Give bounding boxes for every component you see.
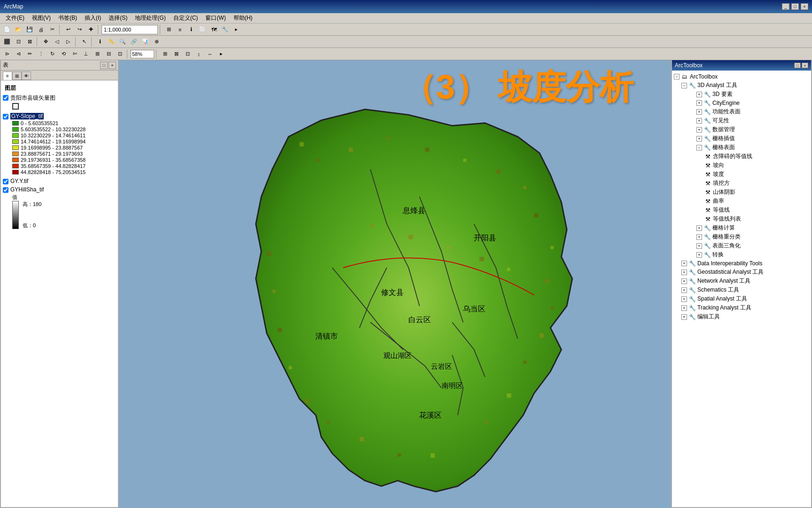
edit-btn1[interactable]: ⊳ bbox=[2, 49, 12, 59]
maximize-button[interactable]: □ bbox=[791, 3, 799, 10]
scale-input[interactable] bbox=[102, 25, 158, 34]
search-btn[interactable]: 🔍 bbox=[117, 37, 128, 47]
zoom-in-btn[interactable]: ⊕ bbox=[151, 37, 162, 47]
attr-button[interactable]: ≡ bbox=[175, 24, 185, 35]
rastersurf-item[interactable]: − 🔧 栅格表面 bbox=[696, 143, 809, 152]
edit-tools-expand[interactable]: + bbox=[681, 314, 687, 320]
minimize-button[interactable]: _ bbox=[782, 3, 789, 10]
menu-help[interactable]: 帮助(H) bbox=[230, 13, 257, 23]
redo-button[interactable]: ↪ bbox=[74, 24, 85, 35]
geostat-item[interactable]: + 🔧 Geostatistical Analyst 工具 bbox=[681, 268, 809, 277]
save-button[interactable]: 💾 bbox=[24, 24, 35, 35]
toc-tab-vis[interactable]: 👁 bbox=[22, 71, 31, 80]
toolbox-maximize-btn[interactable]: □ bbox=[794, 63, 801, 68]
layer-row-gy[interactable]: GY.Y.tif bbox=[3, 178, 116, 184]
layer-checkbox-slope[interactable] bbox=[3, 114, 8, 119]
layer-row-hillsha[interactable]: GYHillSha_tif bbox=[3, 186, 116, 193]
slope-item[interactable]: ⚒ 坡度 bbox=[704, 170, 809, 179]
zoom-square[interactable]: ⊠ bbox=[24, 37, 35, 47]
tracking-item[interactable]: + 🔧 Tracking Analyst 工具 bbox=[681, 303, 809, 312]
funcsurf-expand[interactable]: + bbox=[696, 109, 702, 115]
hyperlink-btn[interactable]: 🔗 bbox=[129, 37, 139, 47]
schematics-item[interactable]: + 🔧 Schematics 工具 bbox=[681, 286, 809, 294]
merge-btn[interactable]: ⊞ bbox=[92, 49, 102, 59]
menu-file[interactable]: 文件(E) bbox=[2, 13, 28, 23]
cityengine-expand[interactable]: + bbox=[696, 100, 702, 106]
network-expand[interactable]: + bbox=[681, 278, 687, 284]
funcsurf-item[interactable]: + 🔧 功能性表面 bbox=[696, 107, 809, 116]
cityengine-item[interactable]: + 🔧 CityEngine bbox=[696, 99, 809, 107]
rotate-btn[interactable]: ↻ bbox=[47, 49, 57, 59]
triangulate-item[interactable]: + 🔧 表面三角化 bbox=[696, 241, 809, 250]
menu-view[interactable]: 视图(V) bbox=[28, 13, 55, 23]
measure-btn[interactable]: 📏 bbox=[106, 37, 117, 47]
zoom-percent-input[interactable] bbox=[131, 50, 154, 58]
visibility-expand[interactable]: + bbox=[696, 118, 702, 124]
rastercalc-item[interactable]: + 🔧 栅格计算 bbox=[696, 223, 809, 232]
root-expand-btn[interactable]: − bbox=[674, 74, 679, 79]
edit-tools-item[interactable]: + 🔧 编辑工具 bbox=[681, 312, 809, 321]
curvature-item[interactable]: ⚒ 曲率 bbox=[704, 197, 809, 206]
tools-button[interactable]: 🔧 bbox=[220, 24, 230, 35]
more-btn2[interactable]: ▸ bbox=[216, 49, 226, 59]
menu-select[interactable]: 选择(S) bbox=[105, 13, 131, 23]
undo-button[interactable]: ↩ bbox=[63, 24, 73, 35]
3d-features-item[interactable]: + 🔧 3D 要素 bbox=[696, 90, 809, 99]
hillshade-item[interactable]: ⚒ 山体阴影 bbox=[704, 188, 809, 197]
layer-row-slope[interactable]: GY-Slope_tif bbox=[3, 113, 116, 119]
layout-btn3[interactable]: ⊡ bbox=[182, 49, 193, 59]
layout-btn4[interactable]: ↕ bbox=[194, 49, 204, 59]
spatial-expand[interactable]: + bbox=[681, 296, 687, 302]
rasterreclass-expand[interactable]: + bbox=[696, 234, 702, 240]
datamgmt-item[interactable]: + 🔧 数据管理 bbox=[696, 125, 809, 134]
pan-btn[interactable]: ✥ bbox=[40, 37, 51, 47]
rastersurf-expand[interactable]: − bbox=[696, 145, 702, 151]
node-btn[interactable]: ⋮ bbox=[36, 49, 46, 59]
rastercalc-expand[interactable]: + bbox=[696, 225, 702, 231]
identify-button[interactable]: ℹ bbox=[186, 24, 196, 35]
edit-btn2[interactable]: ⊲ bbox=[13, 49, 23, 59]
datamgmt-expand[interactable]: + bbox=[696, 127, 702, 133]
rasterreclass-item[interactable]: + 🔧 栅格重分类 bbox=[696, 232, 809, 241]
rasterinterp-item[interactable]: + 🔧 栅格插值 bbox=[696, 134, 809, 143]
info-btn[interactable]: ℹ bbox=[95, 37, 105, 47]
network-item[interactable]: + 🔧 Network Analyst 工具 bbox=[681, 277, 809, 286]
cut-poly[interactable]: ✄ bbox=[70, 49, 80, 59]
toc-maximize-btn[interactable]: □ bbox=[100, 62, 108, 69]
menu-customize[interactable]: 自定义(C) bbox=[170, 13, 202, 23]
menu-window[interactable]: 窗口(W) bbox=[202, 13, 229, 23]
mirror-btn[interactable]: ⊡ bbox=[115, 49, 125, 59]
triangulate-expand[interactable]: + bbox=[696, 243, 702, 249]
menu-insert[interactable]: 插入(I) bbox=[81, 13, 105, 23]
layer-checkbox-vector[interactable] bbox=[3, 95, 8, 101]
open-button[interactable]: 📂 bbox=[13, 24, 23, 35]
toc-close-btn[interactable]: × bbox=[109, 62, 116, 69]
layer-checkbox-hillsha[interactable] bbox=[3, 187, 8, 193]
convert-item[interactable]: + 🔧 转换 bbox=[696, 250, 809, 259]
cut-button[interactable]: ✂ bbox=[47, 24, 57, 35]
layout-btn5[interactable]: ↔ bbox=[205, 49, 215, 59]
layout-btn2[interactable]: ⊠ bbox=[171, 49, 181, 59]
geostat-expand[interactable]: + bbox=[681, 270, 687, 275]
toc-tab-source[interactable]: ⊞ bbox=[12, 71, 22, 80]
3d-expand-btn[interactable]: − bbox=[681, 83, 687, 88]
reshape-btn[interactable]: ⟲ bbox=[58, 49, 69, 59]
add-data-button[interactable]: ✚ bbox=[86, 24, 96, 35]
more-btn[interactable]: ▸ bbox=[231, 24, 242, 35]
del-btn[interactable]: ⊟ bbox=[103, 49, 114, 59]
visibility-item[interactable]: + 🔧 可见性 bbox=[696, 116, 809, 125]
contour-item[interactable]: ⚒ 等值线 bbox=[704, 206, 809, 214]
layout-btn1[interactable]: ⊞ bbox=[160, 49, 170, 59]
zoom-rect[interactable]: ⊡ bbox=[13, 37, 23, 47]
close-button[interactable]: × bbox=[801, 3, 808, 10]
interop-item[interactable]: + 🔧 Data Interoperability Tools bbox=[681, 259, 809, 268]
menu-bookmark[interactable]: 书签(B) bbox=[55, 13, 81, 23]
print-button[interactable]: 🖨 bbox=[36, 24, 46, 35]
rasterinterp-expand[interactable]: + bbox=[696, 136, 702, 142]
toolbox-close-btn[interactable]: × bbox=[802, 63, 808, 68]
new-button[interactable]: 📄 bbox=[2, 24, 12, 35]
go-back[interactable]: ◁ bbox=[52, 37, 62, 47]
toc-tab-list[interactable]: ≡ bbox=[3, 71, 12, 80]
contour-barrier-item[interactable]: ⚒ 含障碍的等值线 bbox=[704, 152, 809, 161]
go-forward[interactable]: ▷ bbox=[63, 37, 73, 47]
